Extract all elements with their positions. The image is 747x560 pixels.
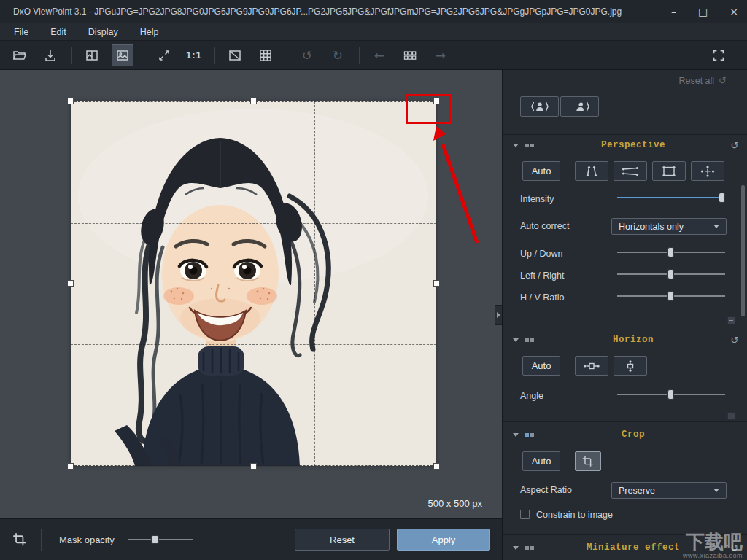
miniature-reset-icon[interactable]: ↺ bbox=[728, 542, 741, 553]
aspect-ratio-value: Preserve bbox=[619, 486, 655, 496]
horizon-auto-button[interactable]: Auto bbox=[522, 356, 560, 376]
panel-scrollbar[interactable] bbox=[741, 185, 745, 316]
miniature-section-title: Miniature effect bbox=[538, 542, 728, 553]
photo-crop-region[interactable] bbox=[71, 101, 436, 466]
maximize-button[interactable]: □ bbox=[698, 6, 708, 18]
close-button[interactable]: × bbox=[729, 6, 738, 18]
left-right-slider[interactable] bbox=[617, 268, 725, 280]
perspective-preview-group bbox=[520, 96, 600, 117]
slider-knob[interactable] bbox=[667, 269, 674, 279]
auto-correct-select[interactable]: Horizontals only bbox=[611, 218, 727, 235]
eight-points-button[interactable] bbox=[691, 161, 724, 181]
menu-file[interactable]: File bbox=[3, 23, 39, 40]
fit-screen-button[interactable] bbox=[153, 44, 175, 66]
full-correction-button[interactable] bbox=[560, 96, 599, 117]
horizon-reset-icon[interactable]: ↺ bbox=[728, 335, 741, 346]
export-button[interactable] bbox=[39, 44, 61, 66]
annotation-red-arrow bbox=[401, 110, 496, 256]
force-horizontal-parallels-button[interactable] bbox=[614, 161, 647, 181]
menu-edit[interactable]: Edit bbox=[39, 23, 77, 40]
force-vertical-parallels-button[interactable] bbox=[575, 161, 608, 181]
up-down-slider[interactable] bbox=[617, 246, 725, 258]
collapse-triangle-icon[interactable] bbox=[513, 144, 519, 147]
image-view-button[interactable] bbox=[112, 44, 133, 66]
grid-overlay-button[interactable] bbox=[255, 44, 276, 66]
section-preview-icon[interactable] bbox=[525, 546, 534, 550]
toolbar-separator bbox=[144, 47, 144, 64]
mask-opacity-slider[interactable] bbox=[128, 534, 193, 545]
collapse-triangle-icon[interactable] bbox=[513, 433, 519, 437]
toolbar-separator bbox=[287, 47, 287, 64]
rotate-right-icon[interactable]: ↻ bbox=[327, 44, 349, 66]
section-divider bbox=[503, 327, 747, 327]
panel-collapse-handle[interactable] bbox=[495, 305, 502, 325]
slider-fill bbox=[617, 197, 722, 198]
crop-handle-top-middle[interactable] bbox=[250, 98, 257, 104]
section-preview-icon[interactable] bbox=[525, 144, 534, 147]
intensity-slider[interactable] bbox=[617, 192, 725, 203]
section-divider bbox=[503, 534, 747, 535]
section-divider bbox=[503, 134, 747, 135]
horizon-section-header[interactable]: Horizon ↺ bbox=[508, 332, 741, 348]
reset-button[interactable]: Reset bbox=[295, 529, 390, 551]
bottom-bar: Mask opacity Reset Apply bbox=[0, 518, 502, 560]
menu-display[interactable]: Display bbox=[77, 23, 129, 40]
constrain-to-image-checkbox[interactable] bbox=[520, 510, 530, 519]
force-rectangle-button[interactable] bbox=[652, 161, 686, 181]
section-preview-icon[interactable] bbox=[525, 338, 534, 342]
left-right-label: Left / Right bbox=[520, 271, 564, 281]
crop-auto-button[interactable]: Auto bbox=[522, 451, 560, 471]
compare-view-button[interactable] bbox=[81, 44, 103, 66]
horizon-level-button[interactable] bbox=[575, 356, 608, 376]
corrections-panel: Reset all ↺ Perspective ↺ Auto bbox=[502, 70, 747, 560]
crop-handle-bottom-middle[interactable] bbox=[250, 463, 257, 470]
slider-knob[interactable] bbox=[667, 247, 674, 257]
crop-handle-middle-right[interactable] bbox=[433, 280, 440, 287]
fullscreen-button[interactable] bbox=[708, 44, 729, 66]
constrain-to-image-label: Constrain to image bbox=[536, 510, 613, 520]
rotate-left-icon[interactable]: ↺ bbox=[296, 44, 318, 66]
slider-knob[interactable] bbox=[667, 389, 674, 400]
crop-handle-middle-left[interactable] bbox=[67, 280, 74, 287]
slider-knob[interactable] bbox=[719, 192, 725, 203]
angle-slider[interactable] bbox=[617, 389, 725, 400]
apply-button[interactable]: Apply bbox=[397, 529, 490, 551]
miniature-section-header[interactable]: Miniature effect ↺ bbox=[508, 540, 741, 556]
minimize-button[interactable]: – bbox=[671, 6, 676, 18]
natural-perspective-button[interactable] bbox=[520, 96, 559, 117]
preview-original-button[interactable] bbox=[224, 44, 246, 66]
thumbnails-button[interactable] bbox=[399, 44, 421, 66]
crop-handle-bottom-left[interactable] bbox=[67, 463, 74, 470]
perspective-auto-button[interactable]: Auto bbox=[522, 161, 560, 181]
chevron-right-icon bbox=[497, 312, 500, 318]
horizon-vertical-button[interactable] bbox=[614, 356, 647, 376]
reset-all-label: Reset all bbox=[678, 76, 714, 86]
aspect-ratio-select[interactable]: Preserve bbox=[611, 482, 727, 499]
slider-knob[interactable] bbox=[151, 535, 159, 544]
perspective-section-header[interactable]: Perspective ↺ bbox=[508, 137, 741, 153]
zoom-1-1-button[interactable]: 1:1 bbox=[184, 44, 204, 66]
collapse-triangle-icon[interactable] bbox=[513, 546, 519, 550]
reset-all-button[interactable]: Reset all ↺ bbox=[678, 75, 727, 86]
perspective-section-grip[interactable] bbox=[727, 316, 735, 324]
crop-mode-icon[interactable] bbox=[12, 532, 28, 548]
slider-knob[interactable] bbox=[667, 291, 674, 301]
reset-icon: ↺ bbox=[719, 75, 727, 86]
crop-tool-button[interactable] bbox=[575, 451, 601, 471]
section-preview-icon[interactable] bbox=[525, 433, 534, 437]
hv-ratio-slider[interactable] bbox=[617, 290, 725, 302]
angle-label: Angle bbox=[520, 391, 543, 401]
previous-image-button[interactable]: ← bbox=[368, 44, 390, 66]
perspective-reset-icon[interactable]: ↺ bbox=[728, 140, 741, 151]
toolbar: 1:1 ↺ ↻ ← → bbox=[0, 41, 747, 70]
crop-handle-top-left[interactable] bbox=[67, 98, 74, 104]
thirds-line-vertical bbox=[314, 101, 315, 466]
next-image-button[interactable]: → bbox=[430, 44, 452, 66]
crop-handle-bottom-right[interactable] bbox=[433, 463, 440, 470]
horizon-section-grip[interactable] bbox=[727, 412, 735, 420]
menu-help[interactable]: Help bbox=[129, 23, 170, 40]
crop-section-header[interactable]: Crop bbox=[508, 427, 741, 443]
window-title: DxO ViewPoint 3.1 - JPGuJPG=JPG2JPG8JPG0… bbox=[13, 7, 659, 17]
collapse-triangle-icon[interactable] bbox=[513, 338, 519, 342]
open-folder-button[interactable] bbox=[9, 44, 31, 66]
